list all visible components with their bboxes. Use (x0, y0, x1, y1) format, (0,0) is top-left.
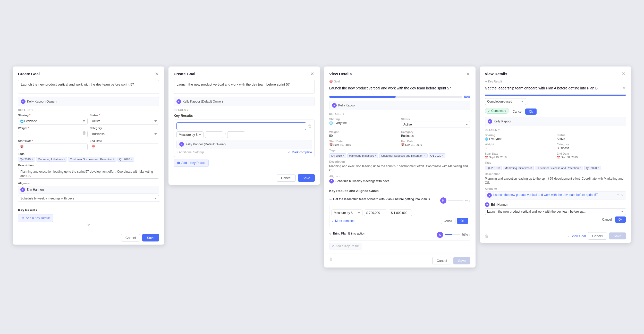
panel2-mark-complete-btn[interactable]: ✓ Mark complete (288, 151, 312, 154)
panel4-end-date-value: 📅Dec 30, 2019 (557, 156, 626, 159)
panel1-tags-label: Tags (18, 152, 159, 155)
panel2-kr-owner-row: K Kelly Kapoor (Default Owner) (176, 140, 312, 149)
panel1-end-date-label: End Date (90, 139, 159, 143)
panel1-category-select[interactable]: Business (90, 131, 159, 137)
panel3-owner-row: K Kelly Kapoor (329, 101, 470, 110)
panel1-aligns-select[interactable]: Schedule bi-weekly meetings with devs (18, 195, 159, 202)
panel4-completion-select[interactable]: Completion-based (485, 98, 526, 105)
panel3-kr-section-label: Key Results and Aligned Goals (329, 189, 470, 193)
panel3-kr2-avatar: K (437, 232, 443, 238)
panel3-tag-q1: Q1 2020 × (429, 153, 446, 158)
panel4-type-label: ↪ Key Result (485, 80, 626, 83)
panel3-category-label: Category (401, 130, 470, 133)
panel4-aligns-goal-select[interactable]: Launch the new product vertical and work… (485, 208, 626, 215)
panel2-kr-title-input[interactable] (176, 122, 306, 130)
panel-create-goal-kr: Create Goal ✕ Launch the new product ver… (168, 66, 320, 185)
panel4-aligns-avatar: K (487, 193, 492, 198)
panel1-save-btn[interactable]: Save (142, 234, 159, 241)
panel1-category-label: Category (90, 127, 159, 130)
panel1-cancel-btn[interactable]: Cancel (121, 234, 140, 241)
panel2-kr-val2[interactable]: $ 0 (227, 131, 245, 138)
panel3-kr2-expand-icon[interactable]: › (469, 233, 470, 237)
panel1-weight-input[interactable]: 50 (18, 131, 88, 137)
panel1-close-btn[interactable]: ✕ (154, 71, 159, 77)
panel3-trash-icon[interactable]: 🗑 (329, 257, 333, 264)
panel3-aligns-row: E Schedule bi-weekly meetings with devs (329, 179, 470, 183)
panel1-sharing-select[interactable]: Everyone (18, 118, 88, 124)
panel4-view-goal-btn[interactable]: ← View Goal (567, 234, 586, 238)
panel4-ok-completion-btn[interactable]: Ok (525, 108, 536, 115)
panel1-aligns-owner-name: Erin Hannon (27, 188, 44, 191)
panel2-owner-label: Kelly Kapoor (Default Owner) (183, 100, 223, 103)
panel4-edit-icon[interactable]: ✏ (623, 86, 626, 90)
panel2-measure-select[interactable]: Measure by $ (176, 131, 204, 138)
panel2-goal-title-input[interactable]: Launch the new product vertical and work… (174, 80, 315, 94)
panel3-title: View Details (329, 72, 352, 76)
panel2-title: Create Goal (174, 72, 195, 76)
panel2-close-btn[interactable]: ✕ (310, 71, 315, 77)
panel4-aligns-goal-title[interactable]: Launch the new product vertical and work… (493, 193, 615, 197)
panel4-cancel-completion-btn[interactable]: Cancel (511, 109, 524, 114)
panel4-desc-label: Description (485, 172, 626, 176)
panel3-kr1-cancel-btn[interactable]: Cancel (441, 218, 455, 224)
panel1-owner-label: Kelly Kapoor (Owner) (27, 100, 57, 103)
panel4-category-value: Business (557, 146, 626, 150)
panel4-weight-label: Weight (485, 143, 554, 146)
panel1-status-select[interactable]: Active (90, 118, 159, 124)
panel3-kr1-avatar: K (440, 197, 446, 204)
panel3-cancel-btn[interactable]: Cancel (432, 257, 451, 264)
panel4-start-date-value: 📅Sept 19, 2019 (485, 156, 554, 159)
panel3-end-date-value: 📅Dec 30, 2019 (401, 143, 470, 147)
panel3-kr2-meta: K 50% › (437, 232, 470, 238)
panel4-cancel-btn[interactable]: Cancel (588, 232, 607, 240)
panel3-save-btn[interactable]: Save (453, 257, 470, 264)
panel1-end-date-input[interactable]: Dec 30, 2019 (90, 144, 159, 150)
panel3-status-label: Status Active (401, 118, 470, 128)
panel4-close-btn[interactable]: ✕ (621, 71, 626, 77)
panel3-kr1-edit-icon[interactable]: ✏ (465, 199, 468, 203)
panel3-kr1-meta: K ✏ › (440, 197, 470, 204)
panel4-aligns-ok-btn[interactable]: Ok (615, 216, 626, 223)
panel3-add-kr-btn[interactable]: ⊙ Add a Key Result (329, 243, 362, 249)
panel1-aligns-label: Aligns to (18, 182, 159, 185)
panel2-cancel-btn[interactable]: Cancel (277, 174, 296, 182)
panel3-weight-value: 50 (329, 134, 399, 138)
panel4-desc-value: Planning and execution leading up to the… (485, 177, 626, 185)
panel4-aligns-extra-icon[interactable]: ↻ (621, 193, 624, 197)
panel3-kr1-val1[interactable] (364, 210, 387, 216)
panel2-additional-settings[interactable]: ℹ Additional Settings (176, 151, 204, 154)
panel3-close-btn[interactable]: ✕ (465, 71, 470, 77)
panel4-aligns-row: K Launch the new product vertical and wo… (485, 191, 626, 199)
panel2-kr-val1[interactable]: $ 0 (205, 131, 223, 138)
panel3-kr1-mark-complete-btn[interactable]: ✓ Mark complete (332, 219, 355, 223)
panel3-category-value: Business (401, 134, 470, 138)
panel2-save-btn[interactable]: Save (298, 174, 315, 182)
panel4-save-btn[interactable]: Save (609, 232, 626, 239)
panel2-kr-delete-icon[interactable]: 🗑 (308, 124, 312, 128)
panel1-owner-avatar: K (21, 99, 26, 104)
panel4-owner-row: K Kelly Kapoor (485, 117, 626, 126)
panel4-aligns-cancel-btn[interactable]: Cancel (600, 216, 613, 223)
panel3-status-select[interactable]: Active (401, 121, 470, 128)
panel1-add-kr-btn[interactable]: ⊕ Add a Key Result (18, 214, 53, 222)
panel4-weight-value: 50 (485, 146, 554, 150)
panel3-kr1-val2[interactable] (389, 210, 412, 216)
panel4-trash-icon[interactable]: 🗑 (485, 234, 488, 238)
panel3-kr1-ok-btn[interactable]: Ok (457, 218, 468, 224)
panel1-start-date-input[interactable]: Sept 19, 2019 (18, 144, 88, 150)
panel4-aligns-edit-icon[interactable]: ✏ (617, 193, 620, 197)
panel1-tag-marketing: Marketing Initiatives × (36, 157, 67, 162)
panel3-kr1-expand-icon[interactable]: › (469, 199, 470, 203)
panel2-owner-row: K Kelly Kapoor (Default Owner) (174, 97, 315, 106)
panel4-aligns-owner-name: Erin Hannon (491, 203, 508, 206)
panel4-status-label: Status (557, 133, 626, 137)
panel3-sharing-label: Sharing (329, 118, 399, 121)
panel4-status-value: Active (557, 137, 626, 141)
panel1-description-input[interactable]: Planning and execution leading up to the… (18, 168, 159, 179)
panel1-tag-q4: Q4 2019 × (18, 157, 35, 162)
panel4-end-date-label: End Date (557, 152, 626, 155)
panel2-add-kr-btn[interactable]: ⊕ Add a Key Result (174, 159, 209, 167)
panel3-kr1-measure-select[interactable]: Measure by $ (332, 210, 362, 216)
panel1-tags-row: Q4 2019 × Marketing Initiatives × Custom… (18, 157, 159, 162)
panel1-goal-title-input[interactable]: Launch the new product vertical and work… (18, 80, 159, 94)
